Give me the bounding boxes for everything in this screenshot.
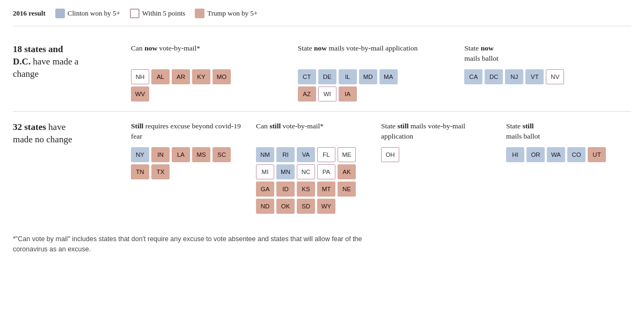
col-still-mails-ballot-grid: HI OR WA CO UT xyxy=(506,147,623,162)
state-MA: MA xyxy=(379,69,398,84)
state-MD: MD xyxy=(359,69,377,84)
state-SC: SC xyxy=(213,147,231,162)
section2-columns: Still requires excuse beyond covid-19 fe… xyxy=(131,121,631,214)
section-unchanged-title: 32 states havemade no change xyxy=(13,121,131,146)
state-CA: CA xyxy=(464,69,482,84)
col-still-vbm-grid: NM RI VA FL ME MI MN NC PA AK GA xyxy=(256,147,372,214)
state-CT: CT xyxy=(298,69,316,84)
state-WI: WI xyxy=(318,86,336,102)
state-OH: OH xyxy=(381,147,399,162)
clinton-label: Clinton won by 5+ xyxy=(68,9,120,18)
state-NM: NM xyxy=(256,147,274,162)
state-PA: PA xyxy=(317,164,335,179)
col-now-mails-app-title: State now mails vote-by-mail application xyxy=(298,44,456,64)
state-row: GA ID KS MT NE xyxy=(256,182,372,197)
col-still-mails-app: State still mails vote-by-mail applicati… xyxy=(381,121,506,214)
state-KY: KY xyxy=(192,69,210,84)
state-row: NH AL AR KY MO xyxy=(131,69,289,84)
main-content: 18 states andD.C. have made achange Can … xyxy=(13,26,631,255)
state-TN: TN xyxy=(131,164,149,179)
col-still-vbm-title: Can still vote-by-mail* xyxy=(256,121,372,142)
state-LA: LA xyxy=(172,147,190,162)
state-FL: FL xyxy=(317,147,335,162)
col-now-mails-ballot: State nowmails ballot CA DC NJ VT NV xyxy=(464,44,631,102)
state-row: HI OR WA CO UT xyxy=(506,147,623,162)
legend-title: 2016 result xyxy=(13,9,46,18)
state-NJ: NJ xyxy=(505,69,523,84)
state-SD: SD xyxy=(297,199,315,214)
col-now-mails-app: State now mails vote-by-mail application… xyxy=(298,44,465,102)
state-NV: NV xyxy=(546,69,564,84)
state-ND: ND xyxy=(256,199,274,214)
state-MI: MI xyxy=(256,164,274,179)
col-still-excuse-title: Still requires excuse beyond covid-19 fe… xyxy=(131,121,247,142)
state-HI: HI xyxy=(506,147,524,162)
state-MS: MS xyxy=(192,147,210,162)
col-can-now-vbm-grid: NH AL AR KY MO WV xyxy=(131,69,289,102)
col-now-mails-app-grid: CT DE IL MD MA AZ WI IA xyxy=(298,69,456,102)
footnote: *"Can vote by mail" includes states that… xyxy=(13,234,378,255)
state-DE: DE xyxy=(318,69,336,84)
col-still-excuse: Still requires excuse beyond covid-19 fe… xyxy=(131,121,256,214)
col-still-mails-ballot: State stillmails ballot HI OR WA CO UT xyxy=(506,121,631,214)
state-AZ: AZ xyxy=(298,86,316,102)
section2-title-bold: 32 states xyxy=(13,122,46,132)
state-NY: NY xyxy=(131,147,149,162)
state-MN: MN xyxy=(276,164,295,179)
state-OK: OK xyxy=(276,199,295,214)
trump-label: Trump won by 5+ xyxy=(207,9,258,18)
state-MO: MO xyxy=(213,69,231,84)
state-KS: KS xyxy=(297,182,315,197)
state-row: NM RI VA FL ME xyxy=(256,147,372,162)
col-now-mails-ballot-grid: CA DC NJ VT NV xyxy=(464,69,623,84)
state-RI: RI xyxy=(276,147,295,162)
state-ID: ID xyxy=(276,182,295,197)
col-still-mails-app-grid: OH xyxy=(381,147,497,162)
state-ME: ME xyxy=(338,147,356,162)
col-still-mails-ballot-title: State stillmails ballot xyxy=(506,121,623,142)
state-MT: MT xyxy=(317,182,335,197)
state-WV: WV xyxy=(131,86,149,102)
legend-within: Within 5 points xyxy=(130,9,185,18)
state-CO: CO xyxy=(567,147,586,162)
section-changed: 18 states andD.C. have made achange Can … xyxy=(13,34,631,112)
state-row: CT DE IL MD MA xyxy=(298,69,456,84)
state-NC: NC xyxy=(297,164,315,179)
section1-title-bold: 18 states andD.C. xyxy=(13,44,63,67)
section-unchanged: 32 states havemade no change Still requi… xyxy=(13,112,631,223)
state-row: CA DC NJ VT NV xyxy=(464,69,623,84)
state-VA: VA xyxy=(297,147,315,162)
state-row: WV xyxy=(131,86,289,102)
state-TX: TX xyxy=(151,164,170,179)
col-still-vbm: Can still vote-by-mail* NM RI VA FL ME M… xyxy=(256,121,381,214)
col-now-mails-ballot-title: State nowmails ballot xyxy=(464,44,623,64)
state-WY: WY xyxy=(317,199,335,214)
state-row: NY IN LA MS SC xyxy=(131,147,247,162)
section1-columns: Can now vote-by-mail* NH AL AR KY MO WV xyxy=(131,44,631,102)
state-row: ND OK SD WY xyxy=(256,199,372,214)
legend-clinton: Clinton won by 5+ xyxy=(55,9,120,18)
state-row: MI MN NC PA AK xyxy=(256,164,372,179)
section-changed-title: 18 states andD.C. have made achange xyxy=(13,44,131,81)
state-NE: NE xyxy=(338,182,356,197)
state-WA: WA xyxy=(547,147,565,162)
state-AK: AK xyxy=(338,164,356,179)
legend: 2016 result Clinton won by 5+ Within 5 p… xyxy=(13,9,631,18)
state-row: OH xyxy=(381,147,497,162)
col-can-now-vbm-title: Can now vote-by-mail* xyxy=(131,44,289,64)
state-IL: IL xyxy=(339,69,357,84)
col-still-excuse-grid: NY IN LA MS SC TN TX xyxy=(131,147,247,179)
state-UT: UT xyxy=(588,147,606,162)
legend-trump: Trump won by 5+ xyxy=(195,9,258,18)
col-can-now-vbm: Can now vote-by-mail* NH AL AR KY MO WV xyxy=(131,44,298,102)
state-IN: IN xyxy=(151,147,170,162)
col-still-mails-app-title: State still mails vote-by-mail applicati… xyxy=(381,121,497,142)
state-DC: DC xyxy=(485,69,503,84)
state-NH: NH xyxy=(131,69,149,84)
state-AL: AL xyxy=(151,69,170,84)
state-OR: OR xyxy=(526,147,545,162)
state-AR: AR xyxy=(172,69,190,84)
state-VT: VT xyxy=(525,69,544,84)
state-row: AZ WI IA xyxy=(298,86,456,102)
state-GA: GA xyxy=(256,182,274,197)
